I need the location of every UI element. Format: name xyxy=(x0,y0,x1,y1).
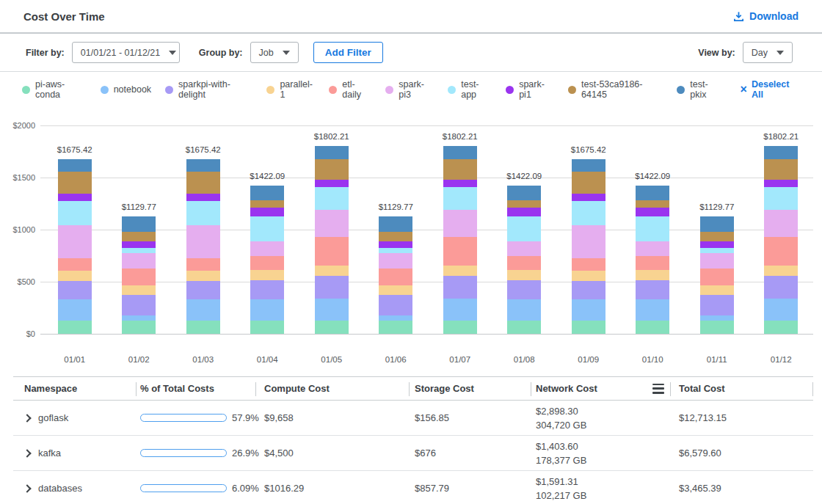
bar-segment-sparkpi-with-delight[interactable] xyxy=(764,276,798,299)
bar-segment-pi-aws-conda[interactable] xyxy=(443,321,477,334)
bar-segment-spark-pi1[interactable] xyxy=(315,180,349,186)
bar-segment-notebook[interactable] xyxy=(122,315,156,321)
bar-segment-test-pkix[interactable] xyxy=(443,146,477,159)
bar-segment-parallel-1[interactable] xyxy=(443,266,477,277)
bar-segment-spark-pi1[interactable] xyxy=(636,208,669,216)
bar-segment-spark-pi3[interactable] xyxy=(507,241,541,256)
bar-segment-etl-daily[interactable] xyxy=(443,237,477,266)
bar-segment-pi-aws-conda[interactable] xyxy=(507,321,541,334)
deselect-all-button[interactable]: × Deselect All xyxy=(741,79,800,100)
bar-segment-etl-daily[interactable] xyxy=(250,256,284,270)
bar-segment-parallel-1[interactable] xyxy=(764,266,798,277)
bar-segment-pi-aws-conda[interactable] xyxy=(700,321,734,334)
legend-item-spark-pi3[interactable]: spark-pi3 xyxy=(385,79,434,100)
bar-segment-notebook[interactable] xyxy=(379,315,412,321)
bar-segment-test-pkix[interactable] xyxy=(58,159,92,171)
bar-segment-test-pkix[interactable] xyxy=(507,186,541,200)
bar-segment-parallel-1[interactable] xyxy=(122,285,156,295)
bar-01/03[interactable] xyxy=(186,159,220,334)
group-by-select[interactable]: Job xyxy=(250,42,299,63)
bar-segment-etl-daily[interactable] xyxy=(122,269,156,285)
bar-01/09[interactable] xyxy=(572,159,605,334)
bar-segment-test-53ca9186-64145[interactable] xyxy=(122,232,156,241)
bar-segment-parallel-1[interactable] xyxy=(636,270,669,280)
bar-segment-pi-aws-conda[interactable] xyxy=(122,321,156,334)
bar-segment-etl-daily[interactable] xyxy=(379,269,412,285)
bar-segment-spark-pi1[interactable] xyxy=(507,208,541,216)
bar-segment-notebook[interactable] xyxy=(250,299,284,321)
bar-segment-test-pkix[interactable] xyxy=(700,216,734,232)
bar-segment-spark-pi1[interactable] xyxy=(186,194,220,201)
bar-segment-spark-pi3[interactable] xyxy=(379,253,412,269)
bar-segment-spark-pi3[interactable] xyxy=(764,210,798,238)
bar-segment-test-app[interactable] xyxy=(636,216,669,241)
bar-segment-parallel-1[interactable] xyxy=(507,270,541,280)
bar-segment-test-app[interactable] xyxy=(122,248,156,253)
view-by-select[interactable]: Day xyxy=(743,42,793,63)
bar-01/02[interactable] xyxy=(122,216,156,334)
bar-01/11[interactable] xyxy=(700,216,734,334)
bar-segment-test-53ca9186-64145[interactable] xyxy=(379,232,412,241)
bar-segment-etl-daily[interactable] xyxy=(700,269,734,285)
legend-item-notebook[interactable]: notebook xyxy=(101,84,151,95)
bar-segment-test-app[interactable] xyxy=(764,187,798,210)
bar-segment-pi-aws-conda[interactable] xyxy=(636,321,669,334)
bar-segment-parallel-1[interactable] xyxy=(250,270,284,280)
bar-segment-spark-pi3[interactable] xyxy=(58,225,92,258)
bar-segment-notebook[interactable] xyxy=(507,299,541,321)
bar-segment-test-app[interactable] xyxy=(443,187,477,210)
bar-segment-spark-pi1[interactable] xyxy=(443,180,477,186)
bar-segment-spark-pi3[interactable] xyxy=(122,253,156,269)
bar-segment-test-pkix[interactable] xyxy=(250,186,284,200)
bar-segment-etl-daily[interactable] xyxy=(186,258,220,271)
bar-01/05[interactable] xyxy=(315,146,349,334)
bar-segment-sparkpi-with-delight[interactable] xyxy=(700,295,734,316)
bar-segment-spark-pi3[interactable] xyxy=(315,210,349,238)
bar-01/07[interactable] xyxy=(443,146,477,334)
bar-segment-pi-aws-conda[interactable] xyxy=(379,321,412,334)
bar-01/06[interactable] xyxy=(379,216,412,334)
bar-segment-etl-daily[interactable] xyxy=(764,237,798,266)
bar-segment-test-app[interactable] xyxy=(58,201,92,225)
bar-segment-test-app[interactable] xyxy=(379,248,412,253)
add-filter-button[interactable]: Add Filter xyxy=(313,42,383,63)
bar-segment-spark-pi3[interactable] xyxy=(250,241,284,256)
bar-segment-notebook[interactable] xyxy=(186,299,220,321)
legend-item-etl-daily[interactable]: etl-daily xyxy=(329,79,371,100)
bar-segment-test-app[interactable] xyxy=(700,248,734,253)
bar-segment-spark-pi3[interactable] xyxy=(572,225,605,258)
legend-item-spark-pi1[interactable]: spark-pi1 xyxy=(506,79,554,100)
bar-segment-sparkpi-with-delight[interactable] xyxy=(379,295,412,316)
legend-item-test-app[interactable]: test-app xyxy=(448,79,492,100)
bar-segment-test-pkix[interactable] xyxy=(572,159,605,171)
bar-segment-notebook[interactable] xyxy=(572,299,605,321)
bar-segment-spark-pi3[interactable] xyxy=(186,225,220,258)
bar-segment-spark-pi3[interactable] xyxy=(636,241,669,256)
bar-01/01[interactable] xyxy=(58,159,92,334)
bar-segment-spark-pi1[interactable] xyxy=(764,180,798,186)
bar-segment-notebook[interactable] xyxy=(636,299,669,321)
column-menu-icon[interactable] xyxy=(652,384,664,394)
legend-item-test-53ca9186-64145[interactable]: test-53ca9186-64145 xyxy=(568,79,663,100)
bar-segment-pi-aws-conda[interactable] xyxy=(572,321,605,334)
bar-segment-notebook[interactable] xyxy=(700,315,734,321)
bar-segment-sparkpi-with-delight[interactable] xyxy=(58,281,92,300)
bar-segment-test-pkix[interactable] xyxy=(379,216,412,232)
bar-segment-test-app[interactable] xyxy=(572,201,605,225)
bar-segment-spark-pi1[interactable] xyxy=(250,208,284,216)
bar-segment-pi-aws-conda[interactable] xyxy=(250,321,284,334)
row-expand-chevron-icon[interactable] xyxy=(23,414,31,422)
bar-segment-pi-aws-conda[interactable] xyxy=(764,321,798,334)
row-expand-chevron-icon[interactable] xyxy=(23,449,31,457)
bar-segment-parallel-1[interactable] xyxy=(58,271,92,281)
bar-segment-spark-pi1[interactable] xyxy=(58,194,92,201)
bar-segment-spark-pi1[interactable] xyxy=(379,241,412,248)
bar-segment-parallel-1[interactable] xyxy=(572,271,605,281)
table-row-kafka[interactable]: kafka26.9%$4,500$676$1,403.60178,377 GB$… xyxy=(13,436,813,471)
bar-segment-etl-daily[interactable] xyxy=(58,258,92,271)
bar-segment-sparkpi-with-delight[interactable] xyxy=(315,276,349,299)
bar-segment-spark-pi1[interactable] xyxy=(700,241,734,248)
bar-segment-notebook[interactable] xyxy=(443,299,477,321)
bar-segment-spark-pi1[interactable] xyxy=(572,194,605,201)
bar-segment-parallel-1[interactable] xyxy=(315,266,349,277)
